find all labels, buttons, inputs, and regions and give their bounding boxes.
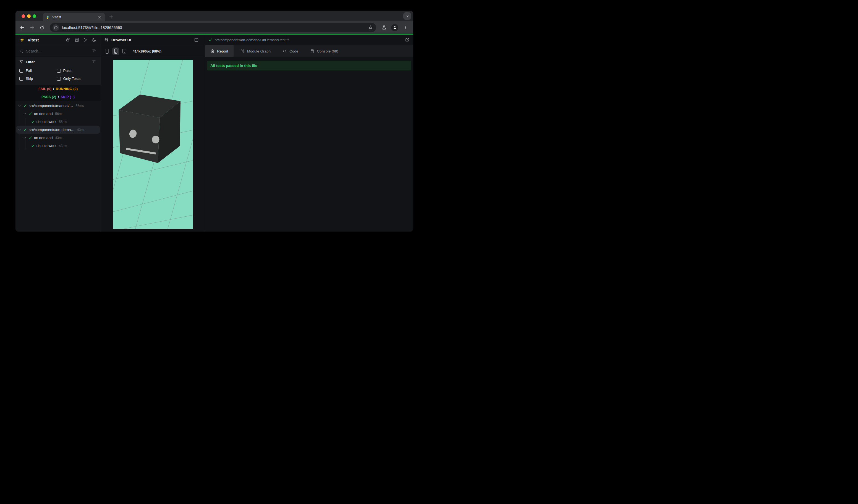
test-tree-row[interactable]: on demand43ms [16,134,100,142]
test-status-summary: FAIL (0) / RUNNING (0) PASS (2) / SKIP (… [15,85,101,101]
filter-checkbox-pass[interactable]: Pass [53,67,101,75]
checkbox[interactable] [57,77,61,81]
tab-close-icon[interactable] [97,15,102,19]
test-tree-row[interactable]: src/components/manual/…56ms [16,102,100,110]
sidebar-header: Vitest [15,34,101,45]
menu-dots-icon[interactable] [400,23,411,33]
pass-check-icon [208,38,212,42]
tab-console[interactable]: Console (69) [305,45,343,57]
traffic-light-zoom[interactable] [33,14,36,18]
vitest-favicon-icon [46,15,50,19]
file-header: src/components/on-demand/OnDemand.test.t… [205,34,413,45]
search-icon [19,49,23,53]
browser-tab[interactable]: Vitest [43,13,105,21]
test-duration: 43ms [55,136,63,140]
tab-search-button[interactable] [403,12,411,20]
sidebar: Vitest [15,34,101,231]
traffic-light-minimize[interactable] [27,14,31,18]
address-bar[interactable]: localhost:5173/#/?file=1828625563 [50,23,376,32]
checkbox[interactable] [57,69,61,73]
preview-content [101,57,205,231]
filter-checkbox-only-tests[interactable]: Only Tests [53,75,101,83]
checkbox[interactable] [19,77,23,81]
browser-window: Vitest localhos [15,11,413,231]
test-tree-row[interactable]: should work55ms [16,118,100,126]
device-tablet-icon[interactable] [121,48,128,55]
filter-checkbox-skip[interactable]: Skip [15,75,53,83]
tab-report[interactable]: Report [205,45,234,57]
test-name: on demand [34,112,53,116]
test-name: src/components/on-dema… [29,128,75,132]
globe-icon [104,37,109,42]
tab-module-graph[interactable]: Module Graph [235,45,276,57]
details-panel: src/components/on-demand/OnDemand.test.t… [205,34,413,231]
preview-windows-icon[interactable] [66,37,70,42]
details-tabs: Report Module Graph Code Console (69) [205,45,413,57]
test-duration: 55ms [59,120,67,124]
clear-filter-icon[interactable] [92,60,101,64]
preview-header: Browser UI [101,34,205,45]
test-tree-row[interactable]: on demand56ms [16,110,100,118]
test-name: on demand [34,136,53,140]
test-duration: 43ms [59,144,67,148]
traffic-light-close[interactable] [21,14,25,18]
profile-avatar[interactable] [391,24,398,31]
search-placeholder: Search... [26,49,92,53]
viewport-size-label: 414x896px (68%) [133,49,161,53]
filter-title: Filter [26,60,92,64]
test-name: should work [36,120,57,124]
test-duration: 56ms [55,112,63,116]
test-tree-row[interactable]: src/components/on-dema…43ms [16,126,100,134]
browser-preview-panel: Browser UI 414x896px (68%) [101,34,205,231]
app-under-test-viewport[interactable] [113,60,193,229]
test-file-path: src/components/on-demand/OnDemand.test.t… [215,38,405,42]
device-phone-plus-icon[interactable] [112,48,119,55]
robot-head-3d-scene [113,60,193,229]
app-title: Vitest [28,37,66,42]
run-all-play-icon[interactable] [83,37,88,42]
dashboard-report-icon[interactable] [74,37,79,42]
funnel-icon [19,60,23,64]
vitest-logo-icon [19,37,25,43]
test-tree-row[interactable]: should work43ms [16,142,100,150]
fail-count: FAIL (0) [38,87,51,91]
search-bar[interactable]: Search... [15,45,101,57]
filter-panel: Filter Fail Pass [15,57,101,85]
checkbox[interactable] [19,69,23,73]
report-content: All tests passed in this file [205,57,413,70]
test-duration: 56ms [76,104,84,108]
back-button[interactable] [17,23,27,33]
pass-count: PASS (2) [42,95,56,99]
bookmark-star-icon[interactable] [368,25,373,30]
skip-count: SKIP (--) [61,95,75,99]
site-info-icon[interactable] [52,24,59,31]
filter-checkbox-fail[interactable]: Fail [15,67,53,75]
test-name: src/components/manual/… [29,103,73,108]
reload-button[interactable] [37,23,47,33]
open-external-icon[interactable] [405,37,413,42]
device-phone-small-icon[interactable] [104,48,111,55]
browser-toolbar: localhost:5173/#/?file=1828625563 [15,21,413,34]
clear-filter-icon[interactable] [92,49,101,53]
experiments-flask-icon[interactable] [379,23,389,33]
dark-mode-moon-icon[interactable] [92,37,96,42]
test-name: should work [36,144,57,148]
tab-title: Vitest [52,15,97,19]
url-text: localhost:5173/#/?file=1828625563 [62,26,368,30]
new-tab-button[interactable] [108,14,114,20]
dock-panel-icon[interactable] [194,37,205,42]
tab-strip: Vitest [15,11,413,21]
preview-title: Browser UI [111,38,194,42]
device-toolbar: 414x896px (68%) [101,45,205,57]
test-duration: 43ms [77,128,85,132]
tab-code[interactable]: Code [277,45,303,57]
test-tree: src/components/manual/…56mson demand56ms… [15,101,101,231]
running-count: RUNNING (0) [56,87,78,91]
all-tests-passed-banner: All tests passed in this file [207,61,411,70]
forward-button[interactable] [27,23,37,33]
vitest-ui: Vitest [15,34,413,231]
robot-cube [118,95,180,163]
